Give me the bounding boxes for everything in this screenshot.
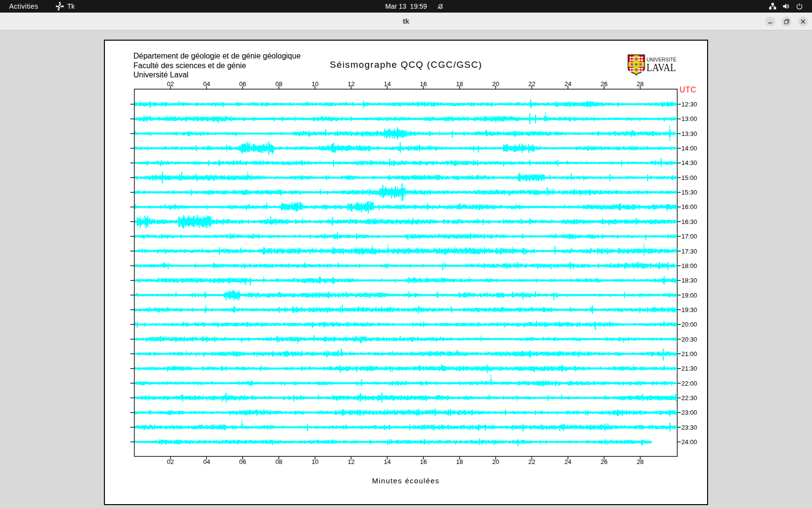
svg-text:22:00: 22:00 — [682, 380, 697, 387]
svg-text:02: 02 — [167, 458, 174, 465]
svg-text:22: 22 — [528, 80, 535, 88]
svg-text:16:30: 16:30 — [682, 218, 697, 225]
svg-text:13:00: 13:00 — [682, 115, 697, 122]
svg-text:20:30: 20:30 — [682, 336, 697, 343]
svg-text:18: 18 — [456, 458, 463, 465]
svg-text:24:00: 24:00 — [682, 438, 697, 446]
svg-text:16: 16 — [420, 458, 427, 465]
svg-text:15:30: 15:30 — [682, 189, 697, 196]
svg-text:24: 24 — [565, 458, 571, 465]
svg-text:15:00: 15:00 — [682, 174, 697, 181]
svg-text:22:30: 22:30 — [682, 394, 697, 402]
svg-text:10: 10 — [311, 80, 318, 88]
svg-text:20: 20 — [492, 80, 499, 88]
svg-text:12: 12 — [348, 458, 354, 465]
svg-text:17:30: 17:30 — [682, 248, 697, 255]
svg-text:21:30: 21:30 — [682, 365, 697, 372]
svg-text:18:30: 18:30 — [682, 277, 697, 284]
svg-text:26: 26 — [601, 458, 608, 465]
svg-text:24: 24 — [565, 80, 571, 88]
svg-text:16:00: 16:00 — [682, 203, 697, 210]
svg-text:20:00: 20:00 — [682, 321, 697, 328]
svg-text:06: 06 — [239, 458, 246, 465]
svg-text:14: 14 — [384, 458, 391, 465]
svg-text:14:00: 14:00 — [682, 145, 697, 152]
svg-text:19:30: 19:30 — [682, 306, 697, 314]
svg-text:18:00: 18:00 — [682, 262, 697, 269]
svg-text:20: 20 — [492, 458, 499, 465]
svg-text:13:30: 13:30 — [682, 130, 697, 137]
svg-text:04: 04 — [203, 80, 210, 88]
svg-text:10: 10 — [311, 458, 318, 465]
svg-text:12: 12 — [348, 80, 354, 88]
svg-text:16: 16 — [420, 80, 427, 88]
svg-text:28: 28 — [637, 80, 643, 88]
svg-text:14: 14 — [384, 80, 391, 88]
svg-text:12:30: 12:30 — [682, 101, 697, 108]
svg-text:14:30: 14:30 — [682, 159, 697, 166]
svg-text:23:30: 23:30 — [682, 424, 697, 431]
svg-text:21:00: 21:00 — [682, 350, 697, 358]
svg-text:28: 28 — [637, 458, 643, 465]
svg-text:UTC: UTC — [680, 86, 696, 94]
svg-text:23:00: 23:00 — [682, 409, 697, 416]
svg-text:02: 02 — [167, 80, 174, 88]
svg-text:Minutes écoulées: Minutes écoulées — [372, 477, 440, 485]
svg-text:17:00: 17:00 — [682, 233, 697, 240]
svg-text:08: 08 — [276, 80, 282, 88]
svg-text:22: 22 — [528, 458, 535, 465]
svg-text:04: 04 — [203, 458, 210, 465]
svg-text:19:00: 19:00 — [682, 292, 697, 299]
svg-text:08: 08 — [276, 458, 282, 465]
svg-text:26: 26 — [601, 80, 608, 88]
svg-text:18: 18 — [456, 80, 463, 88]
svg-text:06: 06 — [239, 80, 246, 88]
